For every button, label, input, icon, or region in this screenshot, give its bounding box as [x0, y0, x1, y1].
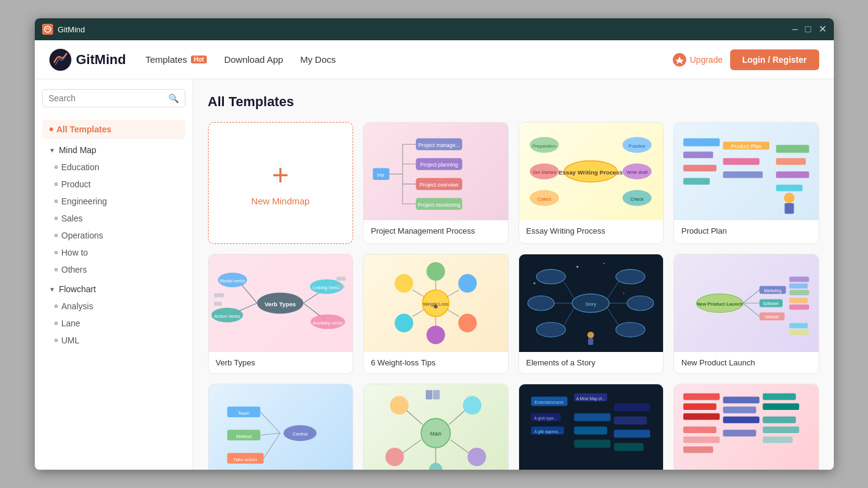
- template-label: 6 Weight-loss Tips: [364, 352, 508, 373]
- svg-rect-161: [683, 403, 716, 410]
- svg-rect-119: [789, 329, 809, 335]
- svg-rect-64: [214, 302, 222, 306]
- svg-rect-169: [723, 430, 756, 437]
- svg-text:PM: PM: [377, 173, 384, 178]
- svg-point-70: [458, 274, 476, 292]
- svg-point-85: [616, 270, 645, 284]
- svg-rect-118: [789, 323, 808, 329]
- svg-rect-163: [683, 426, 716, 433]
- sidebar-item-operations[interactable]: Operations: [47, 227, 185, 244]
- svg-text:Check: Check: [631, 196, 644, 202]
- nav-mydocs[interactable]: My Docs: [300, 54, 335, 65]
- svg-line-134: [449, 410, 465, 425]
- svg-rect-144: [433, 390, 440, 399]
- svg-rect-171: [762, 403, 799, 410]
- svg-point-72: [426, 326, 445, 344]
- sidebar-all-templates: All Templates: [42, 120, 185, 139]
- sidebar-item-product[interactable]: Product: [47, 176, 185, 193]
- svg-point-99: [534, 282, 536, 284]
- svg-text:Entertainment: Entertainment: [535, 400, 564, 405]
- dot-icon: [54, 182, 58, 186]
- svg-text:Write draft: Write draft: [626, 170, 648, 175]
- template-card-row3-1[interactable]: Team Method Take-action Central: [208, 384, 354, 470]
- template-card-product-plan[interactable]: Product Plan Product Plan: [673, 122, 819, 244]
- sidebar-item-education[interactable]: Education: [47, 159, 185, 176]
- svg-rect-174: [762, 436, 792, 443]
- svg-point-97: [603, 263, 604, 264]
- sidebar-item-others[interactable]: Others: [47, 261, 185, 278]
- svg-rect-159: [614, 443, 644, 451]
- template-label: Product Plan: [674, 220, 819, 242]
- svg-rect-173: [762, 426, 799, 433]
- search-input[interactable]: [49, 93, 165, 103]
- svg-text:Project manage...: Project manage...: [418, 142, 460, 148]
- close-button[interactable]: ✕: [819, 24, 827, 34]
- search-icon: 🔍: [168, 93, 179, 103]
- svg-line-90: [564, 282, 574, 298]
- svg-rect-63: [214, 293, 224, 298]
- sidebar-item-all-templates[interactable]: All Templates: [42, 120, 185, 139]
- svg-text:New Product Launch: New Product Launch: [697, 301, 743, 307]
- template-card-elements-story[interactable]: Story: [518, 254, 664, 374]
- svg-rect-66: [337, 285, 345, 289]
- sidebar-item-analysis[interactable]: Analysis: [47, 298, 185, 315]
- svg-rect-167: [723, 407, 756, 414]
- search-box[interactable]: 🔍: [42, 89, 185, 107]
- svg-text:Modal verbs: Modal verbs: [220, 278, 246, 284]
- svg-rect-165: [683, 447, 713, 453]
- login-button[interactable]: Login / Register: [730, 49, 819, 70]
- sidebar-item-engineering[interactable]: Engineering: [47, 193, 185, 210]
- svg-text:Method: Method: [236, 434, 251, 439]
- upgrade-button[interactable]: Upgrade: [673, 53, 723, 66]
- template-card-row3-2[interactable]: Main: [363, 384, 509, 470]
- svg-rect-155: [575, 440, 611, 448]
- template-card-essay-writing[interactable]: Essay Writing Process Preparation Practi…: [518, 122, 664, 244]
- sidebar-item-lane[interactable]: Lane: [47, 315, 185, 332]
- svg-rect-46: [776, 185, 802, 192]
- dot-icon: [54, 321, 58, 325]
- new-mindmap-card[interactable]: + New Mindmap: [208, 122, 354, 244]
- template-card-row3-3[interactable]: Entertainment A Mind Map of... A glob ty…: [518, 384, 664, 470]
- svg-rect-162: [683, 413, 720, 420]
- template-card-project-management[interactable]: Project manage... Project planning Proje…: [363, 122, 509, 244]
- sidebar-item-sales[interactable]: Sales: [47, 210, 185, 227]
- sidebar-item-howto[interactable]: How to: [47, 244, 185, 261]
- nav-templates[interactable]: Templates Hot: [145, 54, 207, 65]
- template-label: Project Management Process: [364, 220, 508, 242]
- svg-text:Product Plan: Product Plan: [731, 143, 761, 149]
- svg-rect-48: [784, 203, 794, 214]
- svg-line-136: [450, 440, 468, 453]
- svg-line-126: [260, 412, 281, 433]
- svg-point-47: [784, 193, 794, 203]
- templates-grid: + New Mindmap Project manage... Project …: [208, 122, 819, 470]
- svg-point-100: [587, 332, 594, 339]
- svg-point-142: [429, 463, 442, 470]
- minimize-button[interactable]: –: [792, 24, 798, 34]
- svg-rect-45: [776, 171, 809, 178]
- logo[interactable]: GitMind: [49, 49, 126, 71]
- svg-rect-101: [588, 339, 594, 345]
- svg-point-84: [537, 270, 566, 284]
- navbar: GitMind Templates Hot Download App My Do…: [35, 40, 834, 79]
- svg-text:Central: Central: [293, 431, 308, 437]
- svg-rect-116: [789, 298, 808, 303]
- svg-point-0: [45, 26, 51, 32]
- sidebar-mindmap-header[interactable]: ▼ Mind Map: [42, 142, 185, 159]
- svg-rect-36: [683, 151, 713, 158]
- template-label: Elements of a Story: [519, 352, 664, 373]
- sidebar-flowchart-header[interactable]: ▼ Flowchart: [42, 281, 185, 298]
- template-card-verb-types[interactable]: Verb Types Modal verbs Action Verbs Li: [208, 254, 354, 374]
- template-card-weight-loss[interactable]: Weight Loss: [363, 254, 509, 374]
- svg-rect-160: [683, 393, 720, 400]
- svg-rect-154: [575, 426, 608, 434]
- template-card-row3-4[interactable]: [673, 384, 819, 470]
- svg-point-71: [458, 314, 476, 332]
- app-icon: [42, 24, 53, 35]
- svg-text:Take-action: Take-action: [234, 457, 257, 462]
- maximize-button[interactable]: □: [805, 24, 811, 34]
- sidebar-item-uml[interactable]: UML: [47, 332, 185, 349]
- template-card-new-product-launch[interactable]: New Product Launch Marketing Software We…: [673, 254, 819, 374]
- nav-download[interactable]: Download App: [224, 54, 283, 65]
- template-label: Verb Types: [209, 352, 353, 373]
- svg-rect-41: [723, 158, 759, 165]
